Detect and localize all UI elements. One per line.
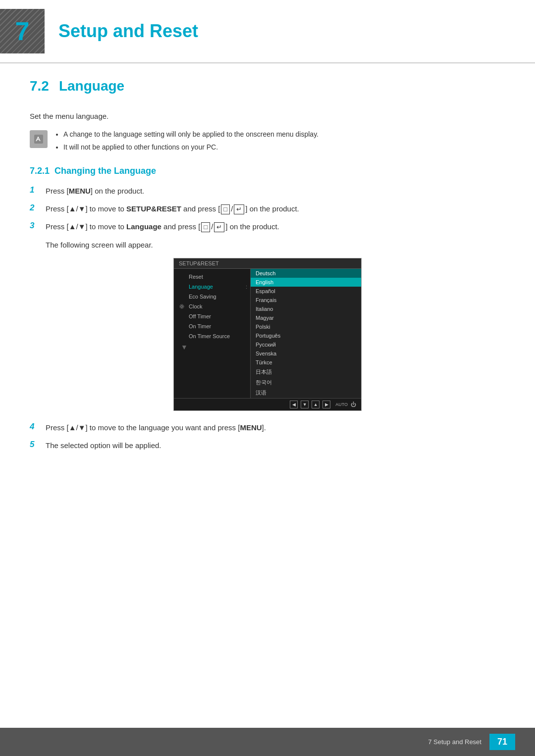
menu-item-ontimersource: On Timer Source bbox=[174, 331, 250, 341]
step-text-1: Press [MENU] on the product. bbox=[46, 185, 144, 197]
step-1: 1 Press [MENU] on the product. bbox=[30, 185, 505, 197]
bracket-key-enter2: ↵ bbox=[214, 222, 224, 232]
svg-point-3 bbox=[180, 304, 184, 308]
footer-btn-up: ▲ bbox=[312, 401, 320, 408]
menu-key: MENU bbox=[69, 187, 91, 195]
step-num-3: 3 bbox=[30, 221, 41, 231]
bracket-key-square: □ bbox=[221, 204, 230, 214]
screenshot-title: SETUP&RESET bbox=[179, 260, 219, 266]
subsection-number: 7.2.1 bbox=[30, 166, 50, 176]
submenu-item-japanese: 日本語 bbox=[251, 367, 361, 377]
menu-item-more: ▼ bbox=[174, 341, 250, 353]
footer-chapter-label: 7 Setup and Reset bbox=[428, 738, 482, 746]
section-description: Set the menu language. bbox=[30, 112, 505, 120]
chapter-title: Setup and Reset bbox=[58, 21, 198, 42]
bracket-key-square2: □ bbox=[201, 222, 210, 232]
step-num-2: 2 bbox=[30, 203, 41, 213]
menu-item-offtimer: Off Timer bbox=[174, 311, 250, 321]
section-heading: Language bbox=[59, 78, 124, 94]
step-3-followup: The following screen will appear. bbox=[30, 241, 505, 249]
menu-item-reset: Reset bbox=[174, 272, 250, 282]
menu-item-ontimer: On Timer bbox=[174, 321, 250, 331]
screenshot: SETUP&RESET Reset Language : Eco Saving bbox=[173, 258, 362, 411]
step-text-5: The selected option will be applied. bbox=[46, 440, 161, 452]
step-text-4: Press [▲/▼] to move to the language you … bbox=[46, 422, 266, 434]
gear-icon bbox=[179, 303, 185, 309]
section-number: 7.2 bbox=[30, 78, 49, 94]
followup-text: The following screen will appear. bbox=[46, 241, 505, 249]
step-5: 5 The selected option will be applied. bbox=[30, 440, 505, 452]
submenu-item-deutsch: Deutsch bbox=[251, 269, 361, 278]
screenshot-footer: ◀ ▼ ▲ ▶ AUTO ⏻ bbox=[174, 398, 361, 410]
svg-point-2 bbox=[181, 305, 183, 307]
step-text-2: Press [▲/▼] to move to SETUP&RESET and p… bbox=[46, 203, 299, 215]
note-icon bbox=[30, 130, 48, 148]
chapter-header: 7 Setup and Reset bbox=[0, 0, 535, 63]
menu-item-eco: Eco Saving bbox=[174, 292, 250, 302]
menu-item-ontimer-label: On Timer bbox=[189, 323, 211, 329]
note-item-1: A change to the language setting will on… bbox=[63, 129, 319, 140]
gear-svg bbox=[179, 304, 184, 309]
pencil-icon bbox=[33, 134, 44, 145]
submenu-item-russian: Русский bbox=[251, 340, 361, 349]
step-4: 4 Press [▲/▼] to move to the language yo… bbox=[30, 422, 505, 434]
submenu-item-chinese: 汉语 bbox=[251, 388, 361, 398]
menu-item-reset-label: Reset bbox=[189, 274, 203, 280]
footer-btn-right: ▶ bbox=[322, 401, 330, 408]
step-num-5: 5 bbox=[30, 440, 41, 450]
note-box: A change to the language setting will on… bbox=[30, 129, 505, 155]
chapter-number-box: 7 bbox=[0, 9, 45, 53]
subsection-title: 7.2.1 Changing the Language bbox=[30, 166, 505, 176]
screenshot-body: Reset Language : Eco Saving bbox=[174, 269, 361, 398]
footer-btn-left: ◀ bbox=[290, 401, 298, 408]
menu-item-language-label: Language bbox=[189, 284, 213, 290]
arrow-right-icon: : bbox=[246, 284, 247, 290]
menu-item-offtimer-label: Off Timer bbox=[189, 313, 211, 319]
submenu-item-espanol: Español bbox=[251, 287, 361, 296]
svg-rect-0 bbox=[34, 135, 43, 144]
followup-steps-list: 4 Press [▲/▼] to move to the language yo… bbox=[30, 422, 505, 452]
main-content: 7.2Language Set the menu language. A cha… bbox=[0, 78, 535, 452]
menu-item-clock: Clock bbox=[174, 302, 250, 311]
setup-reset-label: SETUP&RESET bbox=[126, 204, 181, 213]
language-label: Language bbox=[126, 222, 161, 231]
step-3: 3 Press [▲/▼] to move to Language and pr… bbox=[30, 221, 505, 233]
submenu-item-magyar: Magyar bbox=[251, 313, 361, 322]
section-title: 7.2Language bbox=[30, 78, 505, 98]
footer-btn-down: ▼ bbox=[301, 401, 309, 408]
footer-power-icon: ⏻ bbox=[351, 402, 356, 407]
step-num-4: 4 bbox=[30, 422, 41, 432]
submenu-item-korean: 한국어 bbox=[251, 377, 361, 388]
step-text-3: Press [▲/▼] to move to Language and pres… bbox=[46, 221, 279, 233]
menu-key-2: MENU bbox=[240, 423, 262, 432]
submenu-list: Deutsch English Español Français Italian… bbox=[251, 269, 361, 398]
step-2: 2 Press [▲/▼] to move to SETUP&RESET and… bbox=[30, 203, 505, 215]
submenu-item-portugues: Português bbox=[251, 331, 361, 340]
submenu-item-english: English bbox=[251, 278, 361, 287]
page-footer: 7 Setup and Reset 71 bbox=[0, 728, 535, 756]
steps-list: 1 Press [MENU] on the product. 2 Press [… bbox=[30, 185, 505, 233]
menu-item-eco-label: Eco Saving bbox=[189, 294, 216, 300]
submenu-item-polski: Polski bbox=[251, 322, 361, 331]
screenshot-header: SETUP&RESET bbox=[174, 258, 361, 269]
menu-item-clock-label: Clock bbox=[189, 303, 203, 309]
subsection-heading: Changing the Language bbox=[54, 166, 156, 176]
submenu-item-italiano: Italiano bbox=[251, 304, 361, 313]
note-content: A change to the language setting will on… bbox=[54, 129, 319, 155]
submenu-item-svenska: Svenska bbox=[251, 349, 361, 358]
menu-list: Reset Language : Eco Saving bbox=[174, 269, 251, 398]
footer-auto-label: AUTO bbox=[335, 402, 348, 407]
menu-item-ontimersource-label: On Timer Source bbox=[189, 333, 230, 339]
bracket-key-enter: ↵ bbox=[234, 204, 244, 214]
note-item-2: It will not be applied to other function… bbox=[63, 142, 319, 152]
footer-page-number: 71 bbox=[489, 734, 515, 750]
chapter-number: 7 bbox=[15, 16, 30, 46]
menu-item-language: Language : bbox=[174, 282, 250, 292]
note-list: A change to the language setting will on… bbox=[54, 129, 319, 152]
submenu-item-turkce: Türkce bbox=[251, 358, 361, 367]
submenu-item-francais: Français bbox=[251, 296, 361, 304]
step-num-1: 1 bbox=[30, 185, 41, 195]
screenshot-container: SETUP&RESET Reset Language : Eco Saving bbox=[30, 258, 505, 411]
